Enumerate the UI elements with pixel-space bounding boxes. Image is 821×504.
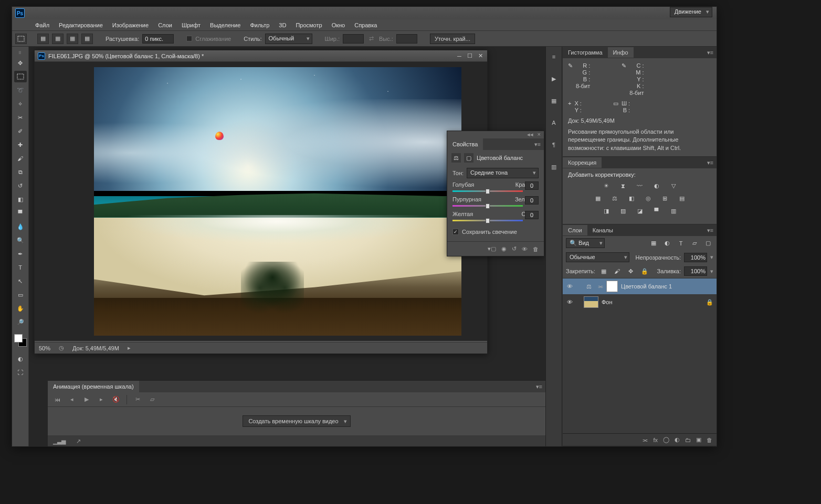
layer1-name[interactable]: Цветовой баланс 1	[621, 283, 713, 289]
adj-photofilter-icon[interactable]: ◎	[643, 194, 654, 203]
wand-tool[interactable]: ✧	[14, 98, 27, 110]
style-select[interactable]: Обычный	[265, 34, 312, 44]
adj-posterize-icon[interactable]: ▨	[618, 206, 628, 216]
brush-tool[interactable]: 🖌	[14, 153, 27, 164]
first-frame-icon[interactable]: ⏮	[53, 396, 61, 403]
delete-layer-icon[interactable]: 🗑	[707, 437, 712, 443]
create-timeline-button[interactable]: Создать временную шкалу видео	[243, 415, 350, 427]
menu-edit[interactable]: Редактирование	[55, 20, 107, 30]
document-titlebar[interactable]: Ps FILE061.JPG @ 50% (Цветовой баланс 1,…	[35, 50, 487, 62]
fill-dropdown-icon[interactable]: ▾	[710, 268, 713, 275]
shape-tool[interactable]: ▭	[14, 289, 27, 301]
path-select-tool[interactable]: ↖	[14, 275, 27, 287]
doc-info-menu-icon[interactable]: ▸	[128, 345, 131, 351]
filter-type-icon[interactable]: T	[676, 239, 686, 248]
feather-input[interactable]	[142, 34, 174, 44]
canvas-area[interactable]	[35, 62, 487, 341]
toggle-vis-icon[interactable]: 👁	[522, 246, 528, 252]
workspace-select[interactable]: Движение	[670, 7, 712, 17]
menu-file[interactable]: Файл	[31, 20, 54, 30]
layer-row-background[interactable]: 👁 Фон 🔒	[563, 294, 717, 310]
selection-add-icon[interactable]: ▦	[52, 34, 64, 44]
menu-layer[interactable]: Слои	[154, 20, 176, 30]
menu-select[interactable]: Выделение	[206, 20, 245, 30]
toolbox-grip-icon[interactable]: ⠿	[13, 51, 28, 55]
selection-new-icon[interactable]: ▦	[37, 34, 49, 44]
filter-smart-icon[interactable]: ▢	[703, 239, 713, 248]
gradient-tool[interactable]: ▀	[14, 207, 27, 219]
doc-minimize-icon[interactable]: ─	[456, 53, 463, 59]
blur-tool[interactable]: 💧	[14, 221, 27, 232]
adj-curves-icon[interactable]: 〰	[635, 181, 645, 190]
view-prev-icon[interactable]: ◉	[501, 245, 507, 252]
crop-tool[interactable]: ✂	[14, 112, 27, 123]
next-frame-icon[interactable]: ▸	[97, 396, 106, 403]
adj-threshold-icon[interactable]: ◪	[635, 206, 645, 216]
heal-tool[interactable]: ✚	[14, 139, 27, 151]
s3-value[interactable]: 0	[525, 211, 539, 219]
refine-edge-button[interactable]: Уточн. край...	[430, 34, 475, 44]
clip-icon[interactable]: ▾▢	[488, 245, 496, 252]
play-icon[interactable]: ▶	[82, 396, 91, 403]
info-tab[interactable]: Инфо	[608, 47, 634, 58]
preserve-checkbox[interactable]: ✓	[452, 229, 459, 235]
props-collapse-icon[interactable]: ◂◂	[527, 131, 533, 138]
menu-3d[interactable]: 3D	[275, 20, 290, 30]
selection-intersect-icon[interactable]: ▦	[81, 34, 93, 44]
animation-tab[interactable]: Анимация (временная шкала)	[48, 381, 139, 392]
props-menu-icon[interactable]: ▾≡	[531, 141, 544, 148]
dock-clip-icon[interactable]: ▥	[548, 161, 560, 173]
selection-subtract-icon[interactable]: ▦	[67, 34, 78, 44]
menu-type[interactable]: Шрифт	[177, 20, 205, 30]
adj-brightness-icon[interactable]: ☀	[601, 181, 612, 190]
add-adjustment-icon[interactable]: ◐	[675, 436, 680, 443]
blendmode-select[interactable]: Обычные	[566, 252, 629, 262]
stamp-tool[interactable]: ⧉	[14, 166, 27, 178]
new-layer-icon[interactable]: ▣	[696, 436, 701, 443]
add-mask-icon[interactable]: ◯	[663, 436, 669, 443]
adj-exposure-icon[interactable]: ◐	[651, 181, 662, 190]
visibility-icon[interactable]: 👁	[566, 299, 573, 305]
lasso-tool[interactable]: ➰	[14, 84, 27, 96]
mask-icon[interactable]: ▢	[464, 153, 473, 163]
eyedropper-tool[interactable]: ✐	[14, 125, 27, 137]
doc-info-icon[interactable]: ◷	[59, 345, 64, 351]
yellow-blue-slider[interactable]: 0	[452, 218, 539, 223]
fx-icon[interactable]: fx	[653, 437, 658, 443]
adj-hue-icon[interactable]: ▦	[593, 194, 603, 203]
menu-help[interactable]: Справка	[350, 20, 381, 30]
dock-char-icon[interactable]: A	[548, 117, 560, 128]
adj-gradmap-icon[interactable]: ▀	[651, 206, 662, 216]
layer-mask-thumb[interactable]	[606, 281, 618, 292]
lock-paint-icon[interactable]: 🖌	[612, 266, 623, 276]
adj-selective-icon[interactable]: ▥	[668, 206, 679, 216]
eraser-tool[interactable]: ◧	[14, 194, 27, 205]
adj-menu-icon[interactable]: ▾≡	[704, 159, 717, 166]
link-layers-icon[interactable]: ⫘	[642, 437, 648, 443]
move-tool[interactable]: ✥	[14, 57, 27, 69]
zoom-value[interactable]: 50%	[39, 345, 50, 351]
menu-view[interactable]: Просмотр	[291, 20, 326, 30]
props-close-icon[interactable]: ×	[538, 131, 541, 138]
kind-filter-select[interactable]: 🔍 Вид	[566, 238, 605, 248]
dock-history-icon[interactable]: ≡	[548, 51, 560, 62]
type-tool[interactable]: T	[14, 262, 27, 273]
layer-thumb[interactable]	[584, 296, 598, 308]
screenmode-icon[interactable]: ⛶	[14, 367, 27, 378]
channels-tab[interactable]: Каналы	[587, 225, 618, 235]
delete-adj-icon[interactable]: 🗑	[533, 246, 539, 252]
layer2-name[interactable]: Фон	[602, 299, 703, 305]
transition-icon[interactable]: ▱	[148, 396, 156, 403]
dock-swatches-icon[interactable]: ▦	[548, 95, 560, 106]
adjustments-tab[interactable]: Коррекция	[563, 157, 602, 168]
split-icon[interactable]: ✂	[133, 396, 142, 403]
layer-row-adjustment[interactable]: 👁 ⚖ ⫘ Цветовой баланс 1	[563, 278, 717, 294]
magenta-green-slider[interactable]: 0	[452, 203, 539, 209]
adj-invert-icon[interactable]: ◨	[601, 206, 612, 216]
prev-frame-icon[interactable]: ◂	[68, 396, 76, 403]
menu-window[interactable]: Окно	[328, 20, 350, 30]
dock-actions-icon[interactable]: ▶	[548, 73, 560, 84]
histogram-tab[interactable]: Гистограмма	[563, 47, 608, 58]
s1-value[interactable]: 0	[525, 181, 539, 190]
info-menu-icon[interactable]: ▾≡	[704, 49, 717, 56]
